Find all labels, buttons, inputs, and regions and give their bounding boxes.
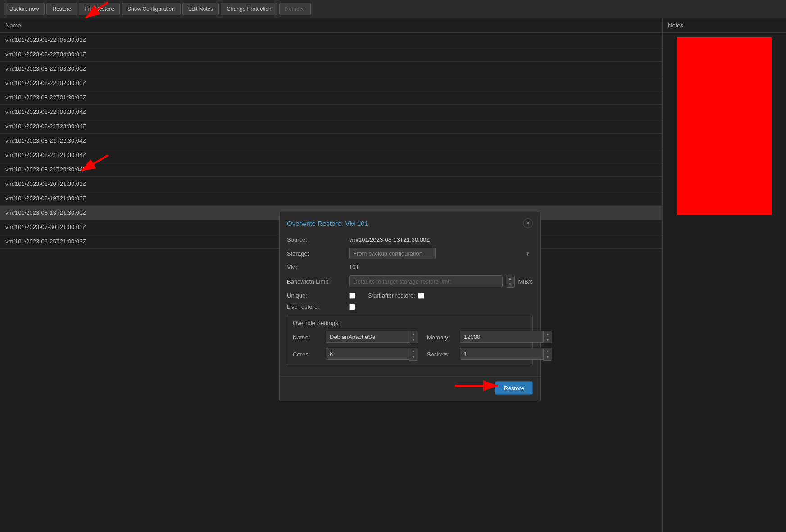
notes-header: Notes bbox=[663, 18, 786, 33]
live-restore-row: Live restore: bbox=[287, 303, 533, 310]
modal-body: Source: vm/101/2023-08-13T21:30:00Z Stor… bbox=[280, 233, 540, 373]
vm-label: VM: bbox=[287, 264, 345, 271]
unique-label: Unique: bbox=[287, 292, 345, 299]
override-memory-spinbox: ▲ ▼ bbox=[460, 331, 552, 343]
backup-name-cell: vm/101/2023-08-22T03:30:00Z bbox=[0, 62, 662, 76]
bandwidth-down-button[interactable]: ▼ bbox=[506, 281, 514, 287]
override-sockets-field: Sockets: ▲ ▼ bbox=[427, 348, 552, 361]
override-cores-field: Cores: ▲ ▼ bbox=[293, 348, 418, 361]
source-row: Source: vm/101/2023-08-13T21:30:00Z bbox=[287, 236, 533, 243]
backup-name-cell: vm/101/2023-08-22T02:30:00Z bbox=[0, 76, 662, 90]
table-row[interactable]: vm/101/2023-08-21T23:30:04Z bbox=[0, 119, 662, 134]
name-column-header: Name bbox=[0, 18, 662, 33]
cores-up-button[interactable]: ▲ bbox=[409, 348, 418, 354]
override-memory-field: Memory: ▲ ▼ bbox=[427, 331, 552, 343]
bandwidth-up-button[interactable]: ▲ bbox=[506, 275, 514, 281]
bandwidth-spinbox-buttons[interactable]: ▲ ▼ bbox=[506, 275, 515, 288]
name-up-button[interactable]: ▲ bbox=[409, 331, 418, 337]
bandwidth-placeholder-text: Defaults to target storage restore limit bbox=[349, 275, 503, 287]
modal-close-button[interactable]: ✕ bbox=[523, 218, 533, 228]
override-settings-section: Override Settings: Name: ▲ ▼ Memory: bbox=[287, 315, 533, 365]
override-cores-input[interactable] bbox=[326, 348, 409, 360]
live-restore-checkbox[interactable] bbox=[349, 304, 355, 310]
remove-button[interactable]: Remove bbox=[279, 3, 311, 15]
backup-name-cell: vm/101/2023-08-22T05:30:01Z bbox=[0, 33, 662, 47]
show-configuration-button[interactable]: Show Configuration bbox=[122, 3, 181, 15]
modal-footer: Restore bbox=[280, 376, 540, 401]
backup-name-cell: vm/101/2023-08-21T21:30:04Z bbox=[0, 148, 662, 162]
override-sockets-spinbox: ▲ ▼ bbox=[460, 348, 552, 361]
storage-select-wrapper: From backup configuration bbox=[349, 248, 533, 259]
table-row[interactable]: vm/101/2023-08-21T21:30:04Z bbox=[0, 148, 662, 162]
override-memory-spinbox-buttons[interactable]: ▲ ▼ bbox=[543, 331, 552, 343]
table-row[interactable]: vm/101/2023-08-22T05:30:01Z bbox=[0, 33, 662, 47]
restore-button-modal[interactable]: Restore bbox=[495, 381, 533, 395]
bandwidth-label: Bandwidth Limit: bbox=[287, 278, 345, 285]
storage-row: Storage: From backup configuration bbox=[287, 248, 533, 259]
modal-title: Overwrite Restore: VM 101 bbox=[287, 220, 368, 227]
memory-up-button[interactable]: ▲ bbox=[544, 331, 552, 337]
override-settings-title: Override Settings: bbox=[293, 320, 527, 326]
override-name-input[interactable] bbox=[326, 331, 409, 343]
storage-label: Storage: bbox=[287, 250, 345, 257]
restore-button[interactable]: Restore bbox=[46, 3, 77, 15]
override-sockets-spinbox-buttons[interactable]: ▲ ▼ bbox=[543, 348, 552, 361]
storage-select[interactable]: From backup configuration bbox=[349, 248, 436, 259]
live-restore-label: Live restore: bbox=[287, 303, 345, 310]
vm-value: 101 bbox=[349, 264, 359, 271]
unique-row: Unique: Start after restore: bbox=[287, 292, 533, 299]
table-row[interactable]: vm/101/2023-08-22T02:30:00Z bbox=[0, 76, 662, 90]
override-sockets-label: Sockets: bbox=[427, 351, 456, 358]
override-name-label: Name: bbox=[293, 334, 322, 341]
change-protection-button[interactable]: Change Protection bbox=[221, 3, 277, 15]
override-name-field: Name: ▲ ▼ bbox=[293, 331, 418, 343]
source-label: Source: bbox=[287, 236, 345, 243]
override-cores-spinbox-buttons[interactable]: ▲ ▼ bbox=[409, 348, 418, 361]
backup-name-cell: vm/101/2023-08-20T21:30:01Z bbox=[0, 177, 662, 191]
table-row[interactable]: vm/101/2023-08-19T21:30:03Z bbox=[0, 191, 662, 206]
backup-name-cell: vm/101/2023-08-21T20:30:04Z bbox=[0, 162, 662, 177]
start-after-label: Start after restore: bbox=[368, 292, 415, 299]
override-memory-label: Memory: bbox=[427, 334, 456, 341]
cores-down-button[interactable]: ▼ bbox=[409, 354, 418, 360]
table-row[interactable]: vm/101/2023-08-22T04:30:01Z bbox=[0, 47, 662, 62]
source-value: vm/101/2023-08-13T21:30:00Z bbox=[349, 236, 430, 243]
override-memory-input[interactable] bbox=[460, 331, 543, 343]
start-after-checkbox[interactable] bbox=[418, 293, 424, 299]
memory-down-button[interactable]: ▼ bbox=[544, 337, 552, 343]
table-row[interactable]: vm/101/2023-08-21T22:30:04Z bbox=[0, 134, 662, 148]
name-down-button[interactable]: ▼ bbox=[409, 337, 418, 343]
start-after-restore-row: Start after restore: bbox=[368, 292, 424, 299]
table-row[interactable]: vm/101/2023-08-22T03:30:00Z bbox=[0, 62, 662, 76]
modal-overwrite-restore: Overwrite Restore: VM 101 ✕ Source: vm/1… bbox=[279, 212, 541, 401]
override-name-spinbox-buttons[interactable]: ▲ ▼ bbox=[409, 331, 418, 343]
backup-name-cell: vm/101/2023-08-21T22:30:04Z bbox=[0, 134, 662, 148]
override-sockets-input[interactable] bbox=[460, 348, 543, 360]
override-name-spinbox: ▲ ▼ bbox=[326, 331, 418, 343]
table-row[interactable]: vm/101/2023-08-21T20:30:04Z bbox=[0, 162, 662, 177]
backup-name-cell: vm/101/2023-08-19T21:30:03Z bbox=[0, 191, 662, 206]
backup-name-cell: vm/101/2023-08-22T04:30:01Z bbox=[0, 47, 662, 62]
backup-name-cell: vm/101/2023-08-22T01:30:05Z bbox=[0, 90, 662, 105]
notes-panel: Notes bbox=[662, 18, 786, 532]
modal-header: Overwrite Restore: VM 101 ✕ bbox=[280, 212, 540, 233]
backup-name-cell: vm/101/2023-08-22T00:30:04Z bbox=[0, 105, 662, 119]
backup-name-cell: vm/101/2023-08-21T23:30:04Z bbox=[0, 119, 662, 134]
edit-notes-button[interactable]: Edit Notes bbox=[182, 3, 219, 15]
sockets-up-button[interactable]: ▲ bbox=[544, 348, 552, 354]
backup-now-button[interactable]: Backup now bbox=[4, 3, 45, 15]
override-settings-grid: Name: ▲ ▼ Memory: ▲ bbox=[293, 331, 527, 361]
bandwidth-row: Bandwidth Limit: Defaults to target stor… bbox=[287, 275, 533, 288]
sockets-down-button[interactable]: ▼ bbox=[544, 354, 552, 360]
override-cores-label: Cores: bbox=[293, 351, 322, 358]
table-row[interactable]: vm/101/2023-08-22T01:30:05Z bbox=[0, 90, 662, 105]
override-cores-spinbox: ▲ ▼ bbox=[326, 348, 418, 361]
unique-checkbox[interactable] bbox=[349, 293, 355, 299]
notes-red-box bbox=[677, 37, 772, 215]
bandwidth-unit: MiB/s bbox=[518, 278, 533, 285]
file-restore-button[interactable]: File Restore bbox=[79, 3, 120, 15]
table-row[interactable]: vm/101/2023-08-20T21:30:01Z bbox=[0, 177, 662, 191]
table-row[interactable]: vm/101/2023-08-22T00:30:04Z bbox=[0, 105, 662, 119]
toolbar: Backup now Restore File Restore Show Con… bbox=[0, 0, 786, 18]
vm-row: VM: 101 bbox=[287, 264, 533, 271]
